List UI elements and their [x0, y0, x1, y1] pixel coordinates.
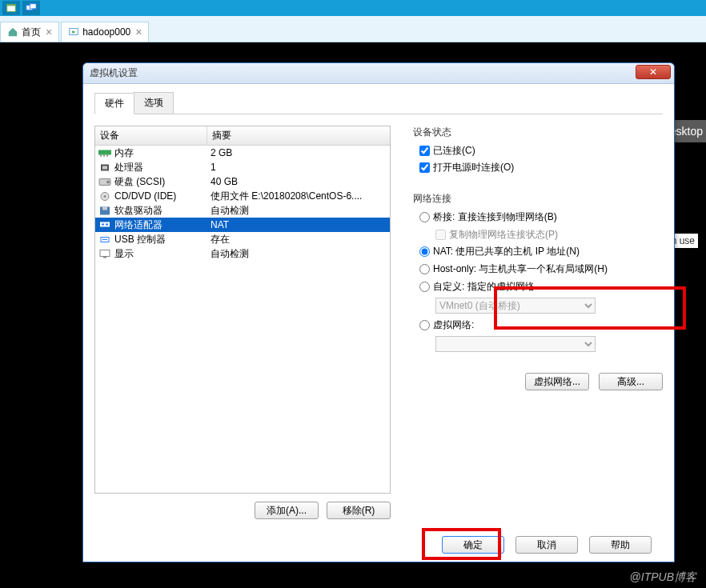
- tab-home-label: 首页: [22, 26, 41, 39]
- svg-rect-3: [30, 4, 36, 9]
- chk-connected[interactable]: 已连接(C): [413, 144, 663, 158]
- virtnet-select: [435, 336, 596, 352]
- device-settings-pane: 设备状态 已连接(C) 打开电源时连接(O) 网络连接 桥接: 直接连接到物理网…: [391, 126, 663, 528]
- table-row[interactable]: 处理器 1: [95, 160, 390, 174]
- dialog-footer: 确定 取消 帮助: [94, 528, 663, 554]
- svg-rect-23: [103, 256, 106, 258]
- net-conn-label: 网络连接: [413, 192, 663, 206]
- col-device: 设备: [95, 126, 207, 145]
- tab-options[interactable]: 选项: [134, 92, 174, 114]
- radio-virtnet[interactable]: 虚拟网络:: [413, 318, 663, 332]
- close-icon[interactable]: ×: [46, 26, 52, 38]
- vm-icon: [68, 26, 79, 38]
- svg-point-15: [104, 195, 106, 198]
- toolbar-btn-2[interactable]: [22, 1, 40, 15]
- radio-hostonly[interactable]: Host-only: 与主机共享一个私有局域网(H): [413, 262, 663, 276]
- radio-bridged[interactable]: 桥接: 直接连接到物理网络(B): [413, 210, 663, 224]
- close-button[interactable]: ✕: [636, 65, 671, 79]
- advanced-button[interactable]: 高级...: [599, 373, 663, 390]
- close-icon[interactable]: ×: [135, 26, 142, 38]
- svg-rect-18: [100, 222, 110, 226]
- radio-custom[interactable]: 自定义: 指定的虚拟网络: [413, 280, 663, 294]
- svg-rect-20: [106, 223, 108, 225]
- table-row[interactable]: 显示 自动检测: [95, 246, 390, 261]
- display-icon: [98, 249, 111, 259]
- table-row[interactable]: CD/DVD (IDE) 使用文件 E:\20180208\CentOS-6..…: [95, 189, 390, 203]
- table-row[interactable]: USB 控制器 存在: [95, 232, 390, 246]
- virtual-network-button[interactable]: 虚拟网络...: [525, 373, 589, 390]
- memory-icon: [98, 148, 111, 158]
- svg-rect-6: [98, 150, 111, 154]
- radio-nat[interactable]: NAT: 使用已共享的主机 IP 地址(N): [413, 245, 663, 258]
- vmnet-select: VMnet0 (自动桥接): [435, 298, 596, 314]
- watermark: @ITPUB博客: [630, 570, 696, 585]
- tab-vm[interactable]: hadoop000 ×: [61, 22, 149, 42]
- table-row[interactable]: 硬盘 (SCSI) 40 GB: [95, 174, 390, 189]
- svg-rect-11: [102, 166, 107, 169]
- toolbar-btn-1[interactable]: [2, 1, 20, 15]
- svg-rect-22: [100, 250, 110, 256]
- svg-rect-17: [102, 206, 107, 210]
- svg-rect-1: [7, 5, 16, 6]
- dialog-tabs: 硬件 选项: [94, 92, 663, 114]
- svg-rect-8: [103, 154, 105, 156]
- add-button[interactable]: 添加(A)...: [255, 502, 319, 519]
- cancel-button[interactable]: 取消: [515, 536, 578, 554]
- hardware-pane: 设备 摘要 内存 2 GB 处理器 1 硬盘 (SCSI) 40 GB: [94, 126, 391, 528]
- tab-vm-label: hadoop000: [82, 26, 130, 38]
- ok-button[interactable]: 确定: [442, 536, 504, 554]
- chk-replicate: 复制物理网络连接状态(P): [413, 228, 663, 242]
- table-row[interactable]: 软盘驱动器 自动检测: [95, 203, 390, 218]
- floppy-icon: [98, 206, 111, 216]
- device-state-label: 设备状态: [413, 126, 663, 139]
- vm-settings-dialog: 虚拟机设置 ✕ 硬件 选项 设备 摘要 内存 2 GB: [82, 62, 675, 562]
- home-icon: [7, 26, 18, 38]
- file-tabs: 首页 × hadoop000 ×: [0, 16, 706, 42]
- tab-hardware[interactable]: 硬件: [94, 93, 134, 114]
- network-icon: [98, 220, 111, 230]
- disk-icon: [98, 177, 111, 187]
- table-header: 设备 摘要: [95, 126, 390, 146]
- table-row[interactable]: 网络适配器 NAT: [95, 218, 390, 232]
- svg-point-13: [106, 180, 110, 183]
- dialog-titlebar[interactable]: 虚拟机设置 ✕: [83, 63, 674, 84]
- cd-icon: [98, 191, 111, 202]
- col-summary: 摘要: [207, 126, 390, 145]
- tab-home[interactable]: 首页 ×: [0, 22, 59, 42]
- usb-icon: [98, 234, 111, 245]
- dialog-title: 虚拟机设置: [90, 66, 138, 80]
- top-toolbar: [0, 0, 706, 16]
- chk-connect-poweron[interactable]: 打开电源时连接(O): [413, 161, 663, 174]
- table-row[interactable]: 内存 2 GB: [95, 146, 390, 160]
- remove-button[interactable]: 移除(R): [327, 502, 391, 519]
- hardware-table: 设备 摘要 内存 2 GB 处理器 1 硬盘 (SCSI) 40 GB: [94, 126, 391, 494]
- svg-rect-7: [100, 154, 102, 156]
- svg-rect-19: [102, 223, 104, 225]
- help-button[interactable]: 帮助: [589, 536, 652, 554]
- svg-rect-9: [106, 154, 108, 156]
- cpu-icon: [98, 162, 111, 173]
